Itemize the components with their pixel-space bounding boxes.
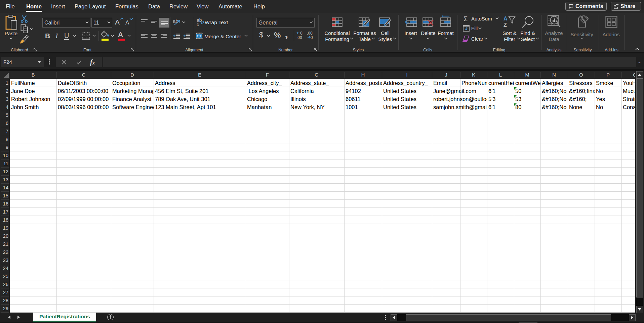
svg-text:Z: Z <box>504 22 507 28</box>
svg-text:0: 0 <box>311 35 313 40</box>
svg-text:A: A <box>504 16 508 21</box>
svg-text:.00: .00 <box>296 35 302 40</box>
